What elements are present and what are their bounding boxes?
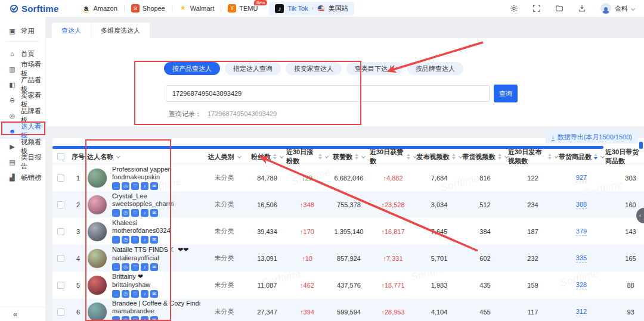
- column-header[interactable]: 近30日涨粉数: [286, 149, 328, 164]
- tiktok-icon[interactable]: ♪: [141, 209, 148, 217]
- sort-icons[interactable]: [355, 154, 358, 160]
- favorite-icon[interactable]: ♡: [131, 263, 139, 271]
- history-icon[interactable]: ◷: [122, 182, 129, 190]
- sidebar-item[interactable]: ▤类目报告: [0, 154, 45, 170]
- message-icon[interactable]: ✉: [150, 209, 158, 217]
- comment-icon[interactable]: …: [112, 182, 120, 190]
- influencer-handle[interactable]: natalierayofficial: [112, 254, 188, 261]
- row-checkbox[interactable]: [57, 308, 64, 316]
- filter-chevron-icon[interactable]: [237, 154, 241, 158]
- history-icon[interactable]: ◷: [122, 209, 129, 217]
- search-mode-pill[interactable]: 按产品查达人: [164, 62, 220, 75]
- row-checkbox[interactable]: [57, 174, 64, 182]
- products-link[interactable]: 335: [576, 254, 587, 263]
- table-row[interactable]: 2Crystal_Leesweetsopples_charm…◷♡♪✉未分类16…: [52, 191, 644, 218]
- influencer-name[interactable]: Brittainy ❤: [112, 273, 158, 281]
- sort-icons[interactable]: [318, 154, 322, 160]
- sidebar-item[interactable]: ⊖卖家看板: [0, 92, 45, 108]
- collapse-sidebar-button[interactable]: «: [0, 307, 45, 321]
- user-menu[interactable]: 金科: [600, 3, 634, 14]
- sort-icons[interactable]: [498, 154, 501, 160]
- column-header[interactable]: 带货视频数: [462, 149, 508, 164]
- row-checkbox[interactable]: [57, 201, 64, 208]
- sort-icons[interactable]: [548, 154, 552, 160]
- influencer-name[interactable]: Khaleesi: [112, 219, 171, 226]
- sort-icons[interactable]: [407, 154, 410, 160]
- message-icon[interactable]: ✉: [150, 182, 158, 190]
- influencer-name[interactable]: Professional yapper: [112, 166, 170, 173]
- comment-icon[interactable]: …: [112, 290, 120, 298]
- products-link[interactable]: 927: [576, 174, 587, 182]
- row-checkbox[interactable]: [57, 228, 64, 235]
- tiktok-icon[interactable]: ♪: [141, 182, 148, 190]
- influencer-name[interactable]: Natalie TTS FINDS ☾ ❤❤: [112, 246, 188, 254]
- marketplace-temu[interactable]: T TEMU Beta: [228, 4, 258, 13]
- history-icon[interactable]: ◷: [122, 236, 129, 244]
- sidebar-item[interactable]: ▥市场看板: [0, 61, 45, 77]
- search-mode-pill[interactable]: 查类目下达人: [346, 62, 402, 75]
- column-header[interactable]: 近30日获赞数: [370, 149, 416, 164]
- tiktok-icon[interactable]: ♪: [141, 290, 148, 298]
- comment-icon[interactable]: …: [112, 236, 120, 244]
- column-header[interactable]: 带货商品数: [558, 149, 605, 164]
- column-header[interactable]: 达人类别: [200, 149, 248, 164]
- products-link[interactable]: 379: [576, 227, 587, 236]
- comment-icon[interactable]: …: [112, 263, 120, 271]
- fullscreen-icon[interactable]: [532, 4, 541, 13]
- column-header[interactable]: 获赞数: [328, 149, 370, 164]
- message-icon[interactable]: ✉: [150, 290, 158, 298]
- sidebar-item[interactable]: ▶视频看板: [0, 139, 45, 154]
- select-all-checkbox[interactable]: [57, 153, 64, 160]
- sort-icons[interactable]: [452, 154, 456, 160]
- influencer-name[interactable]: Crystal_Lee: [112, 192, 174, 200]
- marketplace-shopee[interactable]: S Shopee: [131, 4, 165, 13]
- query-button[interactable]: 查询: [494, 85, 518, 102]
- filter-chevron-icon[interactable]: [116, 154, 120, 158]
- influencer-handle[interactable]: brittainyshaw: [112, 281, 158, 288]
- filter-chevron-icon[interactable]: [600, 154, 605, 158]
- sort-icons[interactable]: [273, 154, 277, 160]
- table-row[interactable]: 1Professional yapperfoodmakeupskin…◷♡♪✉未…: [52, 164, 644, 191]
- influencer-handle[interactable]: motherofdanes0324: [112, 227, 171, 234]
- comment-icon[interactable]: …: [112, 316, 120, 321]
- column-header[interactable]: 序号: [69, 149, 87, 164]
- row-checkbox[interactable]: [57, 255, 64, 262]
- search-mode-pill[interactable]: 指定达人查询: [225, 62, 281, 75]
- history-icon[interactable]: ◷: [122, 263, 129, 271]
- active-platform-tiktok[interactable]: ♪ Tik Tok › 美国站: [269, 2, 354, 15]
- sidebar-item[interactable]: ▟畅销榜: [0, 170, 45, 185]
- table-row[interactable]: 3Khaleesimotherofdanes0324…◷♡♪✉未分类39,434…: [52, 218, 644, 245]
- favorite-icon[interactable]: ♡: [131, 209, 139, 217]
- column-header[interactable]: 发布视频数: [416, 149, 462, 164]
- favorite-icon[interactable]: ♡: [131, 316, 139, 321]
- influencer-handle[interactable]: sweetsopples_charm: [112, 200, 174, 207]
- products-link[interactable]: 328: [576, 281, 587, 289]
- message-icon[interactable]: ✉: [150, 263, 158, 271]
- table-row[interactable]: 5Brittainy ❤brittainyshaw…◷♡♪✉未分类11,087↑…: [52, 272, 644, 298]
- products-link[interactable]: 388: [576, 201, 587, 209]
- sidebar-item[interactable]: ☻达人看板: [0, 123, 45, 139]
- message-icon[interactable]: ✉: [150, 236, 158, 244]
- influencer-name[interactable]: Brandee | Coffee & Cozy Finds: [112, 300, 200, 307]
- logo[interactable]: Sorftime: [10, 4, 58, 14]
- marketplace-amazon[interactable]: a Amazon: [82, 4, 117, 13]
- column-header[interactable]: 达人名称: [87, 149, 200, 164]
- search-mode-pill[interactable]: 按卖家查达人: [286, 62, 342, 75]
- filter-chevron-icon[interactable]: [280, 154, 284, 158]
- column-header[interactable]: 近30日带货商品数: [605, 149, 644, 164]
- sidebar-item[interactable]: ◧产品看板: [0, 77, 45, 92]
- search-mode-pill[interactable]: 按品牌查达人: [407, 62, 463, 75]
- sort-icons[interactable]: [594, 154, 597, 160]
- column-header[interactable]: 近30日发布视频数: [508, 149, 558, 164]
- tiktok-icon[interactable]: ♪: [141, 263, 148, 271]
- column-header[interactable]: 粉丝数: [248, 149, 286, 164]
- table-row[interactable]: 4Natalie TTS FINDS ☾ ❤❤natalierayofficia…: [52, 245, 644, 272]
- sidebar-item[interactable]: ⌂首页: [0, 46, 45, 61]
- influencer-handle[interactable]: mamabrandee: [112, 307, 200, 314]
- download-tray-icon[interactable]: [578, 4, 586, 13]
- favorite-icon[interactable]: ♡: [131, 236, 139, 244]
- history-icon[interactable]: ◷: [122, 290, 129, 298]
- tiktok-icon[interactable]: ♪: [141, 236, 148, 244]
- tab-multi-dimension[interactable]: 多维度选达人: [91, 23, 150, 38]
- products-link[interactable]: 312: [576, 308, 587, 316]
